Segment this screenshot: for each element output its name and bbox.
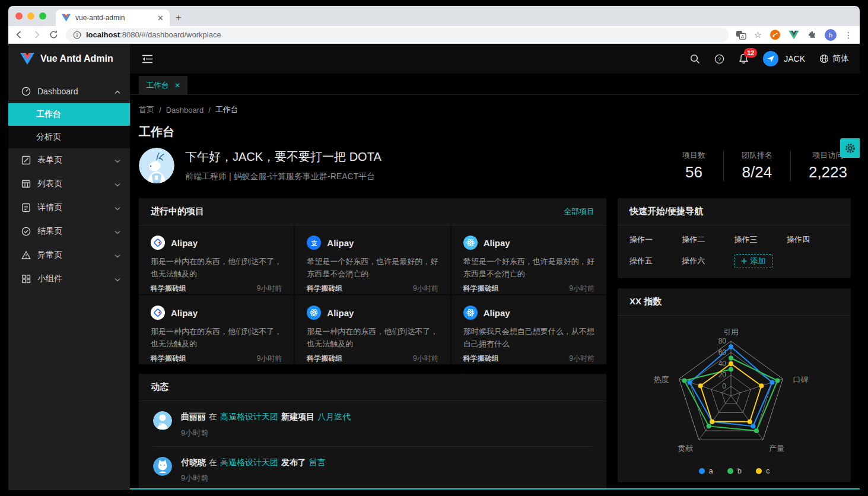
activity-user[interactable]: 付晓晓 [181,457,206,467]
project-group[interactable]: 科学搬砖组 [463,284,499,294]
project-time: 9小时前 [257,354,282,364]
profile-avatar[interactable]: h [825,29,837,41]
all-projects-link[interactable]: 全部项目 [564,206,594,217]
tab-close-icon[interactable]: ✕ [174,81,180,90]
project-group[interactable]: 科学搬砖组 [463,354,499,364]
project-card[interactable]: Alipay 希望是一个好东西，也许是最好的，好东西是不会消亡的 科学搬砖组9小… [452,225,606,294]
address-bar[interactable]: localhost:8080/#/dashboard/workplace [66,28,729,42]
vue-devtools-icon[interactable] [788,30,799,40]
search-icon[interactable] [690,54,700,64]
project-card[interactable]: Alipay 那是一种内在的东西，他们到达不了，也无法触及的 科学搬砖组9小时前 [139,295,294,364]
project-card[interactable]: Alipay 希望是一个好东西，也许是最好的，好东西是不会消亡的 科学搬砖组9小… [295,225,450,294]
settings-drawer-button[interactable] [840,138,860,158]
project-card[interactable]: Alipay 那时候我只会想自己想要什么，从不想自己拥有什么 科学搬砖组9小时前 [452,295,606,364]
page-content: 首页 / Dashboard / 工作台 工作台 下午好，JACK，要不要打一把… [130,95,860,490]
greeting-avatar [139,148,174,183]
svg-text:80: 80 [718,337,727,345]
quicknav-link[interactable]: 操作二 [682,234,734,245]
quicknav-link[interactable]: 操作六 [682,256,734,266]
project-group[interactable]: 科学搬砖组 [151,284,186,294]
bookmark-star-icon[interactable]: ☆ [754,30,762,39]
menu-fold-icon[interactable] [142,54,153,64]
translate-icon[interactable] [736,30,746,40]
table-icon [21,179,31,189]
project-time: 9小时前 [413,284,438,294]
svg-text:40: 40 [718,360,727,368]
project-card[interactable]: Alipay 那是一种内在的东西，他们到达不了，也无法触及的 科学搬砖组9小时前 [295,295,450,364]
app-logo[interactable]: Vue Antd Admin [8,44,130,74]
sidebar-item-list[interactable]: 列表页 [8,172,130,196]
chrome-menu-icon[interactable]: ⋮ [844,31,853,39]
user-avatar [763,51,778,66]
help-circle-icon[interactable]: ? [714,54,724,64]
tab-close-icon[interactable]: ✕ [157,14,164,23]
activity-team-link[interactable]: 高逼格设计天团 [220,412,278,421]
extensions-puzzle-icon[interactable] [807,30,817,40]
legend-item[interactable]: c [756,466,770,475]
window-zoom-button[interactable] [39,12,46,20]
sidebar-item-widgets[interactable]: 小组件 [8,267,130,291]
notification-bell[interactable]: 12 [739,53,749,64]
activity-card: 动态 曲丽丽在高逼格设计天团新建项目八月迭代 [139,374,606,490]
project-name[interactable]: Alipay [171,238,198,248]
legend-item[interactable]: b [727,466,742,475]
activity-user[interactable]: 曲丽丽 [181,412,206,421]
stat-value: 56 [682,163,705,182]
back-icon[interactable] [14,30,24,40]
sidebar-item-label: 结果页 [37,226,62,237]
quicknav-link[interactable]: 操作四 [787,234,839,245]
project-group[interactable]: 科学搬砖组 [307,354,342,364]
sidebar-item-label: 列表页 [37,179,62,189]
breadcrumb: 首页 / Dashboard / 工作台 [139,104,851,115]
reload-icon[interactable] [49,30,59,40]
header-stats: 项目数 56 团队排名 8/24 项目访问 2,223 [664,150,851,182]
breadcrumb-dashboard[interactable]: Dashboard [166,106,204,115]
app-header: Vue Antd Admin ? 12 [8,44,860,74]
forward-icon[interactable] [31,30,42,40]
project-group[interactable]: 科学搬砖组 [307,284,342,294]
stat-label: 项目数 [682,150,705,161]
new-tab-button[interactable]: + [170,9,187,26]
sidebar-item-exception[interactable]: 异常页 [8,243,130,267]
activity-time: 9小时前 [181,428,354,438]
sidebar-item-workplace[interactable]: 工作台 [8,103,130,126]
project-group[interactable]: 科学搬砖组 [151,354,186,364]
project-name[interactable]: Alipay [171,308,198,318]
add-button[interactable]: 添加 [735,254,772,268]
project-name[interactable]: Alipay [484,308,510,318]
activity-target-link[interactable]: 留言 [309,457,326,467]
browser-tab[interactable]: vue-antd-admin ✕ [56,9,170,26]
page-tab-workplace[interactable]: 工作台 ✕ [139,76,187,94]
sidebar-item-detail[interactable]: 详情页 [8,196,130,220]
window-minimize-button[interactable] [27,12,34,20]
user-menu[interactable]: JACK [763,51,805,66]
user-avatar [153,411,172,430]
quicknav-link[interactable]: 操作三 [735,234,787,245]
chevron-down-icon [115,250,120,260]
project-name[interactable]: Alipay [327,238,354,248]
project-name[interactable]: Alipay [484,238,510,248]
quicknav-link[interactable]: 操作一 [629,234,682,245]
activity-team-link[interactable]: 高逼格设计天团 [220,457,278,467]
site-info-icon[interactable] [73,31,81,39]
breadcrumb-separator: / [208,106,211,115]
extension-orange-icon[interactable] [770,29,781,40]
project-card[interactable]: Alipay 那是一种内在的东西，他们到达不了，也无法触及的 科学搬砖组9小时前 [139,225,294,294]
project-desc: 那是一种内在的东西，他们到达不了，也无法触及的 [307,325,438,351]
sidebar-item-form[interactable]: 表单页 [8,148,130,172]
project-desc: 那是一种内在的东西，他们到达不了，也无法触及的 [151,325,282,351]
sidebar-item-label: 工作台 [36,109,61,120]
activity-target-link[interactable]: 八月迭代 [317,412,351,421]
activity-text: 曲丽丽在高逼格设计天团新建项目八月迭代 [181,411,354,423]
quicknav-link[interactable]: 操作五 [629,256,682,266]
sidebar-item-dashboard[interactable]: Dashboard [8,80,130,103]
legend-label: a [709,466,713,475]
dashboard-icon [21,87,31,96]
project-name[interactable]: Alipay [327,308,354,318]
window-close-button[interactable] [15,12,23,20]
breadcrumb-home[interactable]: 首页 [139,104,154,115]
sidebar-item-analysis[interactable]: 分析页 [8,126,130,148]
legend-item[interactable]: a [699,466,713,475]
sidebar-item-result[interactable]: 结果页 [8,220,130,243]
language-switcher[interactable]: 简体 [819,53,849,64]
